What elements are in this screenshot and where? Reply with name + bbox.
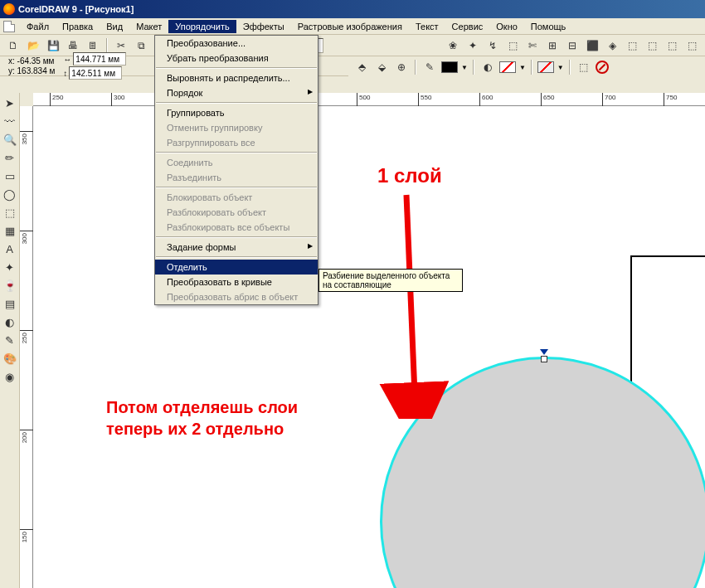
coord-x: x: -64.35 мм	[5, 56, 58, 66]
snap-icon[interactable]: ⬘	[353, 59, 370, 75]
toolbar-btn-3[interactable]: ⬚	[504, 37, 521, 54]
height-input[interactable]	[69, 66, 122, 80]
menu-растровые изображения[interactable]: Растровые изображения	[291, 20, 409, 33]
menu-текст[interactable]: Текст	[409, 20, 445, 33]
menu-item-группировать[interactable]: Группировать	[155, 105, 318, 120]
fill-swatch[interactable]	[441, 61, 458, 73]
toolbar-btn-8[interactable]: ◈	[604, 37, 620, 54]
tool-5[interactable]: ◯	[2, 186, 18, 202]
menu-item-отделить[interactable]: Отделить	[155, 260, 318, 275]
toolbox: ➤〰🔍✏▭◯⬚▦A✦🍷▤◐✎🎨◉	[0, 93, 20, 588]
menu-эффекты[interactable]: Эффекты	[236, 20, 291, 33]
dropdown-arrow-icon[interactable]: ▼	[461, 64, 468, 71]
height-arrow-icon: ↕	[63, 69, 67, 78]
menu-item-преобразование...[interactable]: Преобразование...	[155, 36, 318, 51]
tool-3[interactable]: ✏	[2, 149, 18, 166]
toolbar-btn-4[interactable]: ✄	[524, 37, 541, 54]
title-text: CorelDRAW 9 - [Рисунок1]	[18, 4, 134, 14]
annotation-layer1: 1 слой	[377, 164, 442, 187]
copy-icon[interactable]: ⧉	[133, 37, 149, 54]
snap2-icon[interactable]: ⬙	[373, 59, 390, 75]
width-input[interactable]	[73, 52, 126, 66]
open-icon[interactable]: 📂	[25, 37, 41, 54]
status-hint-tooltip: Разбиение выделенного объекта на составл…	[318, 269, 463, 292]
titlebar: CorelDRAW 9 - [Рисунок1]	[0, 0, 705, 18]
menu-item-соединить: Соединить	[155, 155, 318, 170]
no-action-icon[interactable]	[596, 61, 609, 74]
document-icon[interactable]	[3, 21, 15, 32]
toolbar-btn-6[interactable]: ⊟	[564, 37, 581, 54]
tool-14[interactable]: 🎨	[2, 350, 18, 367]
menu-item-убрать-преобразования[interactable]: Убрать преобразования	[155, 51, 318, 66]
menu-separator	[156, 102, 317, 104]
menu-сервис[interactable]: Сервис	[445, 20, 490, 33]
tool-11[interactable]: ▤	[2, 295, 18, 312]
pattern-icon[interactable]: ◐	[479, 59, 496, 75]
tool-13[interactable]: ✎	[2, 332, 18, 348]
cut-icon[interactable]: ✂	[113, 37, 129, 54]
tool-0[interactable]: ➤	[2, 95, 18, 111]
menu-файл[interactable]: Файл	[20, 20, 56, 33]
lock-icon[interactable]: ⬚	[576, 59, 592, 75]
menu-правка[interactable]: Правка	[56, 20, 100, 33]
property-bar-right: ⬘ ⬙ ⊕ ✎ ▼ ◐ ▼ ▼ ⬚	[348, 56, 705, 78]
toolbar-btn-12[interactable]: ⬚	[683, 37, 700, 54]
print-icon[interactable]: 🖶	[65, 37, 81, 54]
tool-7[interactable]: ▦	[2, 222, 18, 239]
menu-separator	[156, 187, 317, 188]
menu-помощь[interactable]: Помощь	[524, 20, 573, 33]
node-box-icon	[541, 356, 547, 362]
menu-separator	[156, 256, 317, 258]
tool-4[interactable]: ▭	[2, 168, 18, 184]
menu-item-отменить-группировку: Отменить группировку	[155, 120, 318, 135]
menu-макет[interactable]: Макет	[129, 20, 168, 33]
toolbar-btn-1[interactable]: ✦	[464, 37, 481, 54]
menu-item-преобразовать-в-кривые[interactable]: Преобразовать в кривые	[155, 275, 318, 289]
menubar: ФайлПравкаВидМакетУпорядочитьЭффектыРаст…	[0, 18, 705, 35]
menu-item-задание-формы[interactable]: Задание формы	[155, 240, 318, 255]
tool-2[interactable]: 🔍	[2, 131, 18, 148]
ruler-vertical: 350300250200150	[20, 106, 33, 588]
menu-separator	[156, 152, 317, 153]
ruler-horizontal: 250300350400450500550600650700750	[33, 93, 705, 106]
outline-color-swatch[interactable]	[537, 61, 554, 73]
annotation-separate: Потом отделяешь слоитеперь их 2 отдельно	[106, 396, 298, 440]
nofill-swatch[interactable]	[499, 61, 516, 73]
dropdown-arrow-icon[interactable]: ▼	[519, 64, 526, 71]
outline-icon[interactable]: ✎	[421, 59, 438, 75]
tool-15[interactable]: ◉	[2, 368, 18, 385]
menu-item-разъединить: Разъединить	[155, 170, 318, 185]
toolbar-btn-7[interactable]: ⬛	[584, 37, 600, 54]
menu-окно[interactable]: Окно	[489, 20, 524, 33]
toolbar-btn-11[interactable]: ⬚	[664, 37, 680, 54]
menu-item-разблокировать-объект: Разблокировать объект	[155, 205, 318, 220]
tool-9[interactable]: ✦	[2, 259, 18, 275]
menu-упорядочить[interactable]: Упорядочить	[168, 20, 236, 33]
new-icon[interactable]: 🗋	[5, 37, 22, 54]
arrange-menu-dropdown: Преобразование...Убрать преобразованияВы…	[154, 35, 318, 305]
width-arrow-icon: ↔	[63, 55, 71, 64]
align-icon[interactable]: ⊕	[393, 59, 410, 75]
toolbar-btn-5[interactable]: ⊞	[544, 37, 561, 54]
print-preview-icon[interactable]: 🗏	[85, 37, 101, 54]
menu-item-порядок[interactable]: Порядок	[155, 85, 318, 100]
menu-item-разблокировать-все-объекты: Разблокировать все объекты	[155, 220, 318, 235]
canvas[interactable]	[33, 106, 705, 588]
menu-item-выровнять-и-распределить...[interactable]: Выровнять и распределить...	[155, 70, 318, 85]
save-icon[interactable]: 💾	[45, 37, 61, 54]
menu-separator	[156, 67, 317, 69]
toolbar-btn-9[interactable]: ⬚	[624, 37, 640, 54]
tool-10[interactable]: 🍷	[2, 277, 18, 294]
app-logo-icon	[3, 3, 15, 15]
toolbar-btn-10[interactable]: ⬚	[644, 37, 660, 54]
tool-12[interactable]: ◐	[2, 313, 18, 330]
toolbar-btn-2[interactable]: ↯	[484, 37, 501, 54]
tool-1[interactable]: 〰	[2, 113, 18, 129]
dropdown-arrow-icon[interactable]: ▼	[557, 64, 564, 71]
node-handle[interactable]	[539, 349, 549, 362]
tool-6[interactable]: ⬚	[2, 204, 18, 221]
menu-item-разгруппировать-все: Разгруппировать все	[155, 135, 318, 150]
menu-вид[interactable]: Вид	[100, 20, 129, 33]
tool-8[interactable]: A	[2, 241, 18, 257]
toolbar-btn-0[interactable]: ❀	[445, 37, 461, 54]
